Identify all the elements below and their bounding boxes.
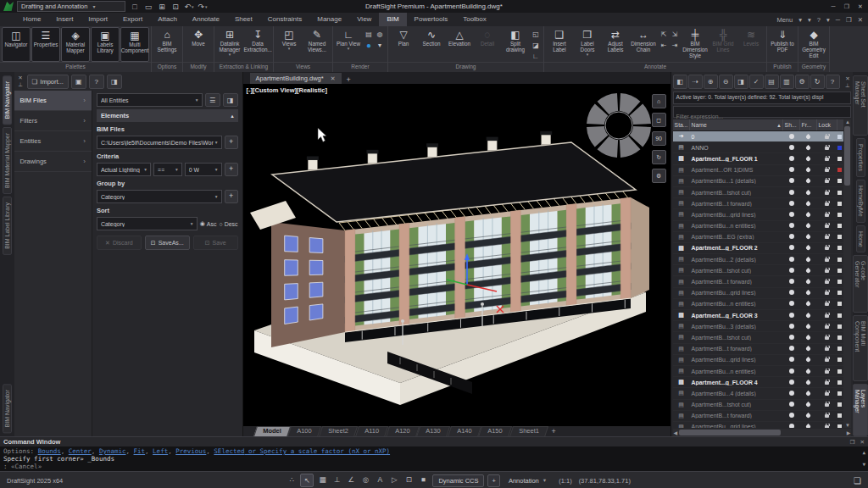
elements-section-header[interactable]: Elements ▴ xyxy=(97,109,238,122)
lock-toggle-icon[interactable] xyxy=(817,268,837,274)
add-criteria-button[interactable]: + xyxy=(225,163,238,176)
show-toggle-icon[interactable] xyxy=(783,391,800,396)
show-toggle-icon[interactable] xyxy=(783,134,800,140)
palette-tab-layers-manager[interactable]: Layers Manager xyxy=(853,384,868,436)
menu-tab-import[interactable]: Import xyxy=(81,13,115,26)
minimize-icon[interactable]: ─ xyxy=(829,3,837,10)
entity-snap-icon[interactable]: ∴ xyxy=(286,474,298,485)
show-toggle-icon[interactable] xyxy=(783,424,800,428)
bim-nav-item-bim-files[interactable]: BIM Files› xyxy=(14,91,92,111)
sheet-tab-a150[interactable]: A150 xyxy=(478,426,512,437)
close-icon[interactable]: ✕ xyxy=(860,439,865,446)
section-plane-icon[interactable]: ◪ xyxy=(531,41,541,51)
layer-row[interactable]: ▤Apartment...g_FLOOR 3 xyxy=(673,310,844,321)
lock-toggle-icon[interactable] xyxy=(817,234,837,240)
render-environment-icon[interactable]: ◍ xyxy=(375,30,385,40)
menu-tab-toolbox[interactable]: Toolbox xyxy=(455,13,494,26)
views-button[interactable]: ◰Views▾ xyxy=(275,27,303,62)
palette-tab-homebyme[interactable]: HomeByMe xyxy=(856,180,865,223)
chevron-down-icon[interactable]: ▾ xyxy=(808,16,811,24)
layer-color-swatch[interactable] xyxy=(837,157,842,161)
sheet-tab-sheet2[interactable]: Sheet2 xyxy=(319,426,358,437)
group-by-dropdown[interactable]: Category▾ xyxy=(97,190,222,203)
freeze-toggle-icon[interactable] xyxy=(800,324,817,330)
show-toggle-icon[interactable] xyxy=(783,257,800,263)
layer-color-swatch[interactable] xyxy=(837,424,842,428)
layer-color-swatch[interactable] xyxy=(837,224,842,228)
navigator-button[interactable]: ◫Navigator xyxy=(2,27,31,62)
layer-row[interactable]: ▤Apartment...g_FLOOR 1 xyxy=(673,153,844,164)
freeze-toggle-icon[interactable] xyxy=(800,167,817,173)
dynamic-ccs-button[interactable]: Dynamic CCS xyxy=(432,474,484,487)
layer-color-swatch[interactable] xyxy=(837,179,842,183)
sheet-tab-a100[interactable]: A100 xyxy=(287,426,321,437)
menu-tab-attach[interactable]: Attach xyxy=(150,13,185,26)
lock-toggle-icon[interactable] xyxy=(817,346,837,352)
command-option-link[interactable]: Previous xyxy=(175,447,206,455)
scroll-left-icon[interactable]: ◀ xyxy=(674,430,678,435)
add-ccs-button[interactable]: + xyxy=(487,474,499,487)
lock-toggle-icon[interactable] xyxy=(817,212,837,218)
datalink-manager-button[interactable]: ⊞Datalink Manager▾ xyxy=(216,27,243,62)
layer-color-swatch[interactable] xyxy=(837,336,842,340)
show-toggle-icon[interactable] xyxy=(783,279,800,285)
freeze-toggle-icon[interactable] xyxy=(800,279,817,285)
pin-icon[interactable]: ⊥ xyxy=(18,82,23,87)
save-icon[interactable]: ⊡ xyxy=(170,2,181,12)
layer-color-swatch[interactable] xyxy=(837,402,842,407)
layer-row[interactable]: ▤ApartmentB...tshot cut) xyxy=(673,400,844,411)
component-icon[interactable]: ▣ xyxy=(71,75,86,89)
close-icon[interactable]: ✕ xyxy=(845,76,849,81)
move-button[interactable]: ✥Move xyxy=(185,27,212,62)
show-toggle-icon[interactable] xyxy=(783,301,800,307)
layer-row[interactable]: ▤ANNO xyxy=(673,142,844,153)
palette-tab-g-code-generator[interactable]: G-code Generator xyxy=(853,255,868,313)
help-icon[interactable]: ? xyxy=(826,75,840,89)
dyn-input-icon[interactable]: ▷ xyxy=(388,474,400,485)
menu-tab-bim[interactable]: BIM xyxy=(379,13,406,26)
layer-color-swatch[interactable] xyxy=(837,269,842,273)
label-doors-button[interactable]: ❒Label Doors▾ xyxy=(574,27,601,62)
scrollbar-thumb[interactable] xyxy=(679,430,781,435)
lock-toggle-icon[interactable] xyxy=(817,324,837,330)
scroll-down-icon[interactable]: ▼ xyxy=(845,423,850,428)
layer-row[interactable]: ▤ApartmentBu...n entities) xyxy=(673,299,844,310)
lock-toggle-icon[interactable] xyxy=(817,290,837,296)
rotate-90-icon[interactable]: 90 xyxy=(652,131,666,146)
freeze-toggle-icon[interactable] xyxy=(800,190,817,196)
section-button[interactable]: ∿Section xyxy=(418,27,445,62)
show-toggle-icon[interactable] xyxy=(783,357,800,363)
new-file-icon[interactable]: □ xyxy=(129,2,141,12)
freeze-toggle-icon[interactable] xyxy=(800,145,817,151)
column-header-fr[interactable]: Fr... xyxy=(800,119,817,130)
layer-color-swatch[interactable] xyxy=(837,324,842,329)
bim-nav-item-drawings[interactable]: Drawings› xyxy=(14,152,92,172)
layer-color-swatch[interactable] xyxy=(837,235,842,239)
labels-library-button[interactable]: ▣Labels Library xyxy=(91,27,120,62)
layer-color-swatch[interactable] xyxy=(837,168,842,172)
scroll-up-icon[interactable]: ▲ xyxy=(862,448,865,456)
freeze-toggle-icon[interactable] xyxy=(800,201,817,207)
list-view-icon[interactable]: ☰ xyxy=(205,93,220,107)
chevron-down-icon[interactable]: ▾ xyxy=(798,16,802,24)
layer-row[interactable]: ➔0 xyxy=(673,131,844,142)
layer-color-swatch[interactable] xyxy=(837,246,842,250)
freeze-toggle-icon[interactable] xyxy=(800,290,817,296)
lock-toggle-icon[interactable] xyxy=(817,413,837,419)
show-toggle-icon[interactable] xyxy=(783,201,800,207)
annotate-rotate-icon[interactable]: ⇥ xyxy=(670,41,680,51)
polar-icon[interactable]: ∠ xyxy=(345,474,357,485)
layer-row[interactable]: ▤ApartmentBu...2 (details) xyxy=(673,254,844,265)
freeze-toggle-icon[interactable] xyxy=(800,380,817,385)
show-toggle-icon[interactable] xyxy=(783,234,800,240)
fill-mode-icon[interactable]: ■ xyxy=(417,474,429,485)
freeze-toggle-icon[interactable] xyxy=(800,223,817,229)
bim-file-path-dropdown[interactable]: C:\Users\jle5lf\Documents\Demo Files\Wor… xyxy=(97,136,222,149)
freeze-toggle-icon[interactable] xyxy=(800,245,817,251)
pointer-icon[interactable]: ↖ xyxy=(300,474,314,487)
layer-color-swatch[interactable] xyxy=(837,380,842,385)
help-icon[interactable]: ? xyxy=(89,75,104,89)
layer-color-swatch[interactable] xyxy=(837,146,842,150)
menu-tab-constraints[interactable]: Constraints xyxy=(260,13,309,26)
named-views-button[interactable]: ✎Named Views... xyxy=(303,27,331,62)
